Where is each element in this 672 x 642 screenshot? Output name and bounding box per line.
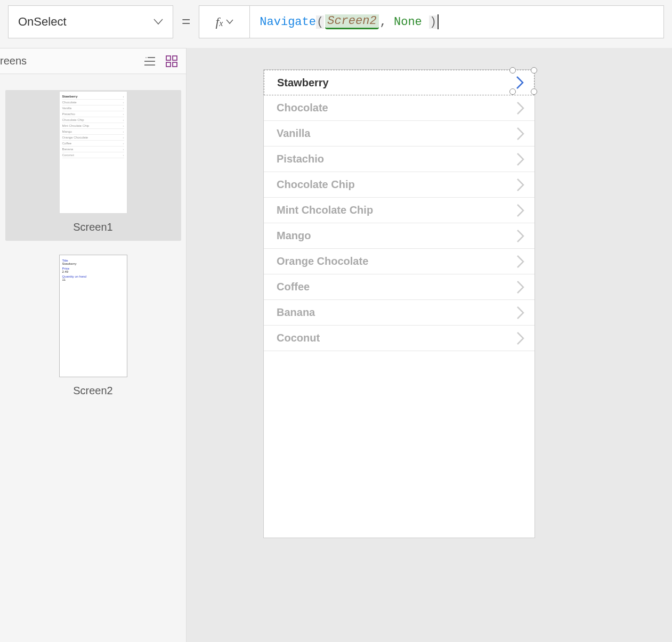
gallery-item-label: Stawberry [277, 77, 329, 89]
collapse-icon[interactable] [143, 56, 155, 66]
gallery-item-label: Mint Chcolate Chip [277, 204, 373, 216]
gallery-item[interactable]: Mint Chcolate Chip [264, 198, 535, 223]
formula-input[interactable]: Navigate( Screen2, None ) [249, 5, 664, 38]
formula-token-close-paren: ) [429, 15, 437, 29]
formula-token-arg2: None [394, 15, 422, 29]
chevron-down-icon [153, 19, 163, 25]
thumb2-val-qty: 11 [62, 278, 124, 281]
gallery-item-label: Vanilla [277, 127, 310, 140]
fx-button[interactable]: fx [199, 5, 249, 38]
chevron-right-icon [516, 178, 525, 192]
formula-wrap: fx Navigate( Screen2, None ) [199, 5, 664, 38]
thumb2-val-title: Stawberry [62, 262, 124, 265]
canvas-area[interactable]: StawberryChocolateVanillaPistachioChocol… [187, 48, 672, 642]
chevron-right-icon [516, 280, 525, 294]
equals-sign: = [180, 13, 192, 30]
chevron-right-icon[interactable] [516, 76, 524, 90]
chevron-right-icon [516, 331, 525, 345]
formula-bar-row: OnSelect = fx Navigate( Screen2, None ) [0, 0, 672, 48]
text-cursor [438, 14, 439, 29]
app-preview: StawberryChocolateVanillaPistachioChocol… [263, 69, 535, 538]
gallery-item-label: Pistachio [277, 153, 324, 165]
chevron-right-icon [516, 127, 525, 141]
svg-rect-3 [166, 56, 171, 60]
gallery-item[interactable]: Coffee [264, 274, 535, 300]
gallery-item-label: Chocolate [277, 102, 328, 114]
thumb1-row: Mint Chcolate Chip› [62, 123, 124, 129]
property-dropdown-label: OnSelect [18, 15, 67, 29]
chevron-right-icon [516, 255, 525, 269]
main-area: reens Stawberry›Chocolate›Vanilla›Pi [0, 48, 672, 642]
thumb1-row: Banana› [62, 147, 124, 152]
thumb1-row: Coffee› [62, 141, 124, 147]
svg-rect-4 [173, 56, 177, 60]
thumb1-row: Orange Chocolate› [62, 135, 124, 141]
tree-header: reens [0, 48, 186, 74]
chevron-down-icon [226, 19, 233, 25]
gallery-item[interactable]: Stawberry [264, 70, 535, 95]
screen-thumbnails: Stawberry›Chocolate›Vanilla›Pistachio›Ch… [0, 74, 186, 417]
gallery-item-label: Coffee [277, 281, 310, 293]
gallery-item-label: Coconut [277, 332, 320, 344]
screen1-caption: Screen1 [73, 221, 113, 233]
gallery-item[interactable]: Chocolate [264, 95, 535, 121]
chevron-right-icon [516, 204, 525, 217]
screen-thumb-screen1[interactable]: Stawberry›Chocolate›Vanilla›Pistachio›Ch… [5, 90, 181, 241]
chevron-right-icon [516, 306, 525, 320]
screen2-caption: Screen2 [73, 385, 113, 397]
thumb1-row: Stawberry› [62, 94, 124, 100]
gallery-item[interactable]: Orange Chocolate [264, 249, 535, 274]
thumb1-row: Coconut› [62, 152, 124, 158]
screen-thumb-screen2[interactable]: Title Stawberry Price 2.49 Quantity on h… [5, 254, 181, 404]
screen1-preview: Stawberry›Chocolate›Vanilla›Pistachio›Ch… [59, 91, 127, 214]
gallery-item[interactable]: Pistachio [264, 147, 535, 172]
gallery-item[interactable]: Vanilla [264, 121, 535, 147]
gallery-item[interactable]: Mango [264, 223, 535, 249]
gallery-item[interactable]: Banana [264, 300, 535, 326]
gallery-item-label: Orange Chocolate [277, 255, 368, 267]
chevron-right-icon [516, 101, 525, 115]
chevron-right-icon [516, 229, 525, 243]
thumb1-row: Pistachio› [62, 111, 124, 117]
property-dropdown[interactable]: OnSelect [8, 5, 173, 38]
formula-token-function: Navigate [260, 15, 316, 29]
gallery-item-label: Mango [277, 230, 311, 242]
svg-rect-5 [166, 62, 171, 67]
thumb1-row: Vanilla› [62, 105, 124, 111]
chevron-right-icon [516, 152, 525, 166]
thumb1-row: Chocolate Chip› [62, 117, 124, 123]
screen2-preview: Title Stawberry Price 2.49 Quantity on h… [59, 255, 127, 377]
gallery-item[interactable]: Chocolate Chip [264, 172, 535, 198]
formula-token-arg1: Screen2 [325, 14, 378, 29]
tree-view-panel: reens Stawberry›Chocolate›Vanilla›Pi [0, 48, 187, 642]
tree-header-icons [143, 55, 177, 67]
thumb1-row: Mango› [62, 129, 124, 135]
thumb1-row: Chocolate› [62, 100, 124, 105]
thumb2-val-price: 2.49 [62, 270, 124, 273]
gallery-item-label: Chocolate Chip [277, 178, 355, 191]
fx-icon: fx [215, 15, 223, 29]
svg-rect-6 [173, 62, 177, 67]
formula-token-comma: , [380, 15, 387, 29]
tree-title: reens [0, 55, 27, 67]
grid-view-icon[interactable] [166, 55, 177, 67]
gallery-item[interactable]: Coconut [264, 326, 535, 351]
gallery-item-label: Banana [277, 306, 315, 319]
formula-token-open-paren: ( [316, 15, 324, 29]
